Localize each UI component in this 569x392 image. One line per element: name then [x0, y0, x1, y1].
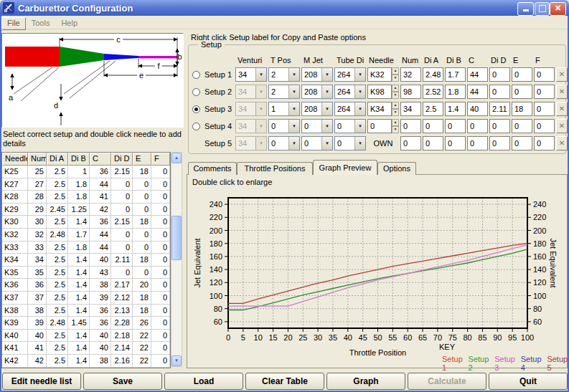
maximize-button[interactable]	[535, 2, 550, 16]
setup-field-num-2[interactable]: 98	[400, 85, 421, 99]
setup-label-3[interactable]: Setup 3	[204, 105, 235, 113]
setup-radio-2[interactable]	[192, 88, 200, 96]
needle-field-setup-1[interactable]: K32	[367, 67, 392, 82]
setup-field-di-d-3[interactable]: 2.11	[489, 102, 510, 116]
load-button[interactable]: Load	[164, 373, 243, 390]
table-row[interactable]: K39392.481.45362.28260	[2, 317, 170, 330]
setup-label-1[interactable]: Setup 1	[204, 70, 235, 79]
spin-down-icon[interactable]: ▼	[392, 126, 399, 133]
m-jet-combo-setup-3[interactable]: 208▼	[301, 102, 333, 116]
setup-field-di-b-4[interactable]: 0	[445, 119, 466, 133]
chevron-down-icon[interactable]: ▼	[288, 120, 299, 133]
setup-field-e-3[interactable]: 18	[512, 102, 532, 116]
table-row[interactable]: K40402.51.4402.18220	[2, 330, 170, 343]
m-jet-combo-setup-2[interactable]: 208▼	[301, 85, 333, 99]
needle-spinner-setup-2[interactable]: ▲▼	[392, 85, 399, 99]
m-jet-combo-setup-1[interactable]: 208▼	[301, 67, 333, 82]
tube-di-combo-setup-3[interactable]: 264▼	[334, 102, 366, 116]
spin-up-icon[interactable]: ▲	[392, 119, 399, 126]
table-row[interactable]: K34342.51.4402.11180	[2, 254, 170, 267]
chevron-down-icon[interactable]: ▼	[255, 68, 266, 81]
menu-item-tools[interactable]: Tools	[26, 17, 56, 29]
setup-field-di-d-5[interactable]: 0	[489, 136, 510, 150]
chevron-down-icon[interactable]: ▼	[321, 85, 332, 98]
tab-comments[interactable]: Comments	[188, 162, 237, 175]
setup-field-di-a-2[interactable]: 2.52	[423, 85, 443, 99]
setup-field-c-2[interactable]: 44	[467, 85, 488, 99]
close-button[interactable]: ×	[550, 2, 566, 16]
setup-field-di-a-5[interactable]: 0	[423, 136, 443, 150]
chevron-down-icon[interactable]: ▼	[321, 68, 332, 81]
needle-field-setup-2[interactable]: K98	[367, 85, 392, 99]
table-row[interactable]: K28282.51.841000	[2, 191, 170, 204]
setup-field-e-5[interactable]: 0	[512, 136, 532, 150]
edit-needle-list-button[interactable]: Edit needle list	[2, 373, 81, 390]
setup-field-f-4[interactable]: 0	[534, 119, 555, 133]
spin-up-icon[interactable]: ▲	[392, 85, 399, 92]
tube-di-combo-setup-4[interactable]: 0▼	[334, 119, 366, 133]
scroll-down-icon[interactable]: ▼	[171, 355, 182, 366]
setup-field-di-d-1[interactable]: 0	[489, 67, 510, 82]
needle-field-setup-3[interactable]: K34	[367, 102, 392, 116]
setup-field-c-4[interactable]: 0	[467, 119, 488, 133]
menu-item-help[interactable]: Help	[55, 17, 83, 29]
m-jet-combo-setup-5[interactable]: 0▼	[301, 136, 333, 150]
setup-field-num-5[interactable]: 0	[400, 136, 421, 150]
chevron-down-icon[interactable]: ▼	[321, 102, 332, 115]
chevron-down-icon[interactable]: ▼	[288, 85, 299, 98]
scrollbar-thumb[interactable]	[171, 216, 182, 260]
tube-di-combo-setup-5[interactable]: 0▼	[334, 136, 366, 150]
setup-field-di-b-1[interactable]: 1.7	[445, 67, 466, 82]
minimize-button[interactable]	[517, 2, 534, 16]
table-row[interactable]: K27272.51.844000	[2, 178, 170, 191]
setup-field-e-2[interactable]: 0	[512, 85, 532, 99]
needle-field-setup-4[interactable]: 0	[367, 119, 392, 133]
t-pos-combo-setup-4[interactable]: 0▼	[268, 119, 300, 133]
table-row[interactable]: K25252.51362.15180	[2, 166, 170, 178]
table-row[interactable]: K30302.51.4362.15180	[2, 216, 170, 229]
setup-field-c-3[interactable]: 40	[467, 102, 488, 116]
setup-field-f-5[interactable]: 0	[534, 136, 555, 150]
setup-label-5[interactable]: Setup 5	[204, 139, 235, 148]
setup-field-e-1[interactable]: 0	[512, 67, 532, 82]
table-row[interactable]: K35352.51.443000	[2, 267, 170, 279]
table-row[interactable]: K42422.51.4382.16220	[2, 355, 170, 368]
clear-setup-button-3[interactable]: ✕	[556, 102, 568, 116]
chevron-down-icon[interactable]: ▼	[354, 137, 365, 150]
spin-down-icon[interactable]: ▼	[392, 109, 399, 116]
tube-di-combo-setup-2[interactable]: 264▼	[334, 85, 366, 99]
quit-button[interactable]: Quit	[489, 373, 568, 390]
setup-field-f-3[interactable]: 0	[534, 102, 555, 116]
setup-radio-4[interactable]	[192, 123, 200, 130]
table-row[interactable]: K33332.51.844000	[2, 242, 170, 254]
spin-up-icon[interactable]: ▲	[392, 67, 399, 75]
setup-field-num-4[interactable]: 0	[400, 119, 421, 133]
spin-down-icon[interactable]: ▼	[392, 75, 399, 82]
setup-label-2[interactable]: Setup 2	[204, 87, 235, 96]
setup-field-e-4[interactable]: 0	[512, 119, 532, 133]
setup-group-label[interactable]: Setup	[198, 40, 225, 49]
save-button[interactable]: Save	[83, 373, 162, 390]
setup-field-f-1[interactable]: 0	[534, 67, 555, 82]
clear-setup-button-2[interactable]: ✕	[556, 85, 568, 99]
setup-field-di-a-3[interactable]: 2.5	[423, 102, 443, 116]
setup-field-di-a-4[interactable]: 0	[423, 119, 443, 133]
setup-field-f-2[interactable]: 0	[534, 85, 555, 99]
setup-field-num-3[interactable]: 34	[400, 102, 421, 116]
chevron-down-icon[interactable]: ▼	[354, 68, 365, 81]
setup-label-4[interactable]: Setup 4	[204, 122, 235, 130]
tab-options[interactable]: Options	[377, 162, 416, 175]
setup-field-di-d-2[interactable]: 0	[489, 85, 510, 99]
setup-field-num-1[interactable]: 32	[400, 67, 421, 82]
clear-table-button[interactable]: Clear Table	[245, 373, 324, 390]
chevron-down-icon[interactable]: ▼	[321, 137, 332, 150]
tube-di-combo-setup-1[interactable]: 264▼	[334, 67, 366, 82]
chevron-down-icon[interactable]: ▼	[354, 120, 365, 133]
tab-graph-preview[interactable]: Graph Preview	[313, 160, 377, 175]
setup-radio-1[interactable]	[192, 71, 200, 79]
chevron-down-icon[interactable]: ▼	[288, 137, 299, 150]
setup-field-di-a-1[interactable]: 2.48	[423, 67, 443, 82]
table-row[interactable]: K29292.451.2542000	[2, 204, 170, 216]
graph-button[interactable]: Graph	[326, 373, 405, 390]
table-row[interactable]: K38382.51.4362.13180	[2, 305, 170, 317]
